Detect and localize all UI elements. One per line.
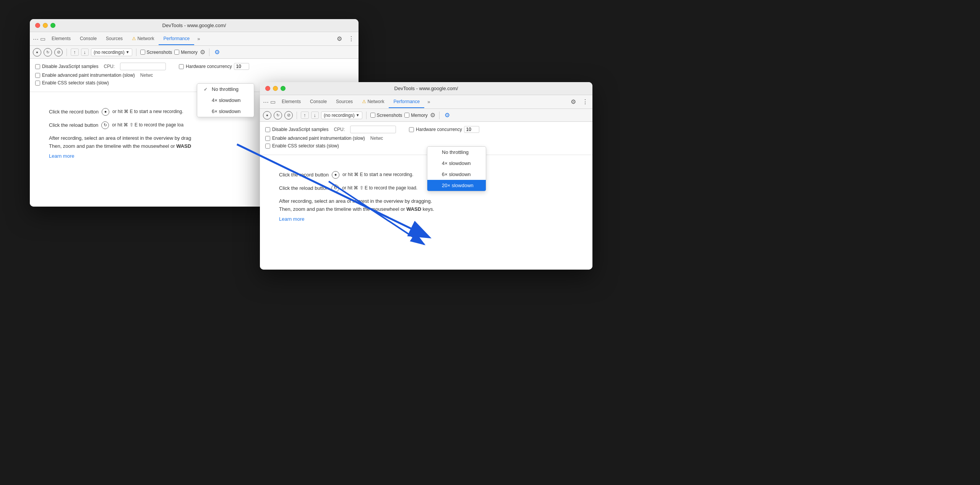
upload-btn-1[interactable]: ↑: [71, 48, 79, 56]
disable-js-setting-1[interactable]: Disable JavaScript samples: [35, 64, 98, 69]
hw-concurrency-input-2[interactable]: [464, 126, 479, 133]
screenshots-checkbox-2[interactable]: Screenshots: [370, 113, 402, 118]
advanced-paint-checkbox-1[interactable]: [35, 73, 40, 78]
advanced-paint-setting-1[interactable]: Enable advanced paint instrumentation (s…: [35, 73, 135, 78]
device-icon-2[interactable]: ▭: [270, 99, 276, 105]
dropdown-item-4x-1[interactable]: 4× slowdown: [197, 95, 254, 106]
tab-console-1[interactable]: Console: [75, 33, 101, 45]
tab-elements-2[interactable]: Elements: [277, 96, 305, 108]
minimize-button-2[interactable]: [273, 86, 278, 91]
cpu-dropdown-trigger-2[interactable]: [350, 126, 396, 133]
hardware-concurrency-setting-2[interactable]: Hardware concurrency: [409, 126, 479, 133]
dropdown-item-4x-2[interactable]: 4× slowdown: [427, 158, 486, 169]
main-content-2: Click the record button ● or hit ⌘ E to …: [260, 155, 592, 270]
more-tabs-2[interactable]: »: [424, 97, 433, 106]
upload-btn-2[interactable]: ↑: [301, 112, 309, 119]
inspector-icon[interactable]: ⋯: [33, 36, 39, 42]
record-circle-icon-2: ●: [332, 171, 339, 179]
dropdown-item-6x-2[interactable]: 6× slowdown: [427, 169, 486, 180]
clear-btn-2[interactable]: ⊘: [284, 111, 293, 120]
tab-elements-1[interactable]: Elements: [47, 33, 75, 45]
maximize-button-2[interactable]: [281, 86, 286, 91]
toolbar-1: ● ↻ ⊘ ↑ ↓ (no recordings) ▼ Screenshots …: [30, 46, 359, 59]
advanced-paint-checkbox-2[interactable]: [265, 136, 270, 141]
css-selector-setting-2[interactable]: Enable CSS selector stats (slow): [265, 143, 339, 149]
reload-btn-1[interactable]: ↻: [44, 48, 52, 57]
close-button-2[interactable]: [265, 86, 270, 91]
advanced-paint-setting-2[interactable]: Enable advanced paint instrumentation (s…: [265, 136, 365, 141]
memory-check-input-1[interactable]: [174, 50, 179, 55]
gear-settings-btn-1[interactable]: ⚙: [213, 47, 221, 57]
css-selector-setting-1[interactable]: Enable CSS selector stats (slow): [35, 80, 109, 86]
recordings-select-1[interactable]: (no recordings) ▼: [91, 48, 132, 56]
dropdown-item-no-throttling-2[interactable]: No throttling: [427, 147, 486, 158]
more-options-icon-2[interactable]: ⋮: [581, 97, 589, 107]
hardware-concurrency-setting-1[interactable]: Hardware concurrency: [179, 63, 249, 70]
hw-concurrency-checkbox-1[interactable]: [179, 64, 184, 69]
settings-row-2: Enable advanced paint instrumentation (s…: [35, 73, 353, 78]
hw-concurrency-checkbox-2[interactable]: [409, 127, 414, 132]
recordings-arrow-icon: ▼: [126, 50, 130, 54]
close-button-1[interactable]: [35, 23, 40, 28]
device-icon[interactable]: ▭: [40, 36, 45, 42]
traffic-lights-1: [35, 23, 55, 28]
disable-js-setting-2[interactable]: Disable JavaScript samples: [265, 127, 328, 132]
tab-console-2[interactable]: Console: [305, 96, 331, 108]
disable-js-checkbox-2[interactable]: [265, 127, 270, 132]
dropdown-item-6x-1[interactable]: 6× slowdown: [197, 106, 254, 117]
reload-circle-icon-1: ↻: [101, 121, 109, 129]
maximize-button-1[interactable]: [50, 23, 55, 28]
hw-concurrency-input-1[interactable]: [234, 63, 249, 70]
reload-btn-2[interactable]: ↻: [274, 111, 282, 120]
tab-sources-1[interactable]: Sources: [101, 33, 127, 45]
tab-actions-1: ⚙ ⋮: [336, 34, 355, 44]
gear-settings-btn-2[interactable]: ⚙: [443, 110, 451, 120]
tab-performance-2[interactable]: Performance: [389, 96, 424, 108]
recordings-value-1: (no recordings): [94, 50, 125, 55]
css-selector-checkbox-1[interactable]: [35, 81, 40, 86]
disable-js-checkbox-1[interactable]: [35, 64, 40, 69]
memory-check-input-2[interactable]: [404, 113, 409, 118]
record-btn-1[interactable]: ●: [33, 48, 41, 57]
recordings-arrow-icon-2: ▼: [356, 113, 360, 117]
tab-network-1[interactable]: Network: [127, 33, 159, 45]
reload-instruction-2: Click the reload button ↻ or hit ⌘ ⇧ E t…: [279, 184, 573, 192]
css-selector-checkbox-2[interactable]: [265, 144, 270, 149]
throttle-icon-1: ⚙: [200, 48, 205, 56]
window-title-2: DevTools - www.google.com/: [394, 86, 458, 91]
minimize-button-1[interactable]: [43, 23, 48, 28]
dropdown-item-20x-2[interactable]: 20× slowdown: [427, 180, 486, 191]
tab-network-2[interactable]: Network: [357, 96, 389, 108]
memory-checkbox-2[interactable]: Memory: [404, 113, 427, 118]
tab-sources-2[interactable]: Sources: [331, 96, 357, 108]
more-tabs-1[interactable]: »: [194, 34, 203, 43]
more-options-icon-1[interactable]: ⋮: [347, 34, 355, 44]
cpu-label-2: CPU:: [334, 127, 345, 132]
tab-performance-1[interactable]: Performance: [159, 33, 194, 45]
after-paragraph-2: After recording, select an area of inter…: [279, 197, 573, 213]
inspector-icon-2[interactable]: ⋯: [263, 99, 269, 105]
screenshots-check-input-2[interactable]: [370, 113, 375, 118]
reload-circle-icon-2: ↻: [331, 184, 339, 192]
learn-more-link-2[interactable]: Learn more: [279, 215, 573, 223]
cpu-dropdown-2[interactable]: No throttling 4× slowdown 6× slowdown 20…: [427, 146, 486, 191]
settings-icon-1[interactable]: ⚙: [336, 34, 343, 44]
record-btn-2[interactable]: ●: [263, 111, 271, 120]
network-label-2: Netwc: [370, 136, 383, 141]
settings-row-1: Disable JavaScript samples CPU: Hardware…: [35, 63, 353, 70]
download-btn-2[interactable]: ↓: [311, 112, 319, 119]
recordings-select-2[interactable]: (no recordings) ▼: [321, 112, 362, 119]
download-btn-1[interactable]: ↓: [81, 48, 89, 56]
settings-icon-2[interactable]: ⚙: [570, 97, 577, 107]
cpu-dropdown-1[interactable]: ✓ No throttling 4× slowdown 6× slowdown: [197, 83, 254, 117]
titlebar-1: DevTools - www.google.com/: [30, 19, 359, 32]
toolbar-2: ● ↻ ⊘ ↑ ↓ (no recordings) ▼ Screenshots …: [260, 109, 592, 122]
clear-btn-1[interactable]: ⊘: [54, 48, 63, 57]
tab-bar-1: ⋯ ▭ Elements Console Sources Network Per…: [30, 32, 359, 46]
screenshots-checkbox-1[interactable]: Screenshots: [140, 50, 172, 55]
memory-checkbox-1[interactable]: Memory: [174, 50, 197, 55]
record-circle-icon-1: ●: [102, 108, 109, 116]
screenshots-check-input-1[interactable]: [140, 50, 145, 55]
dropdown-item-no-throttling-1[interactable]: ✓ No throttling: [197, 84, 254, 95]
tab-actions-2: ⚙ ⋮: [570, 97, 589, 107]
